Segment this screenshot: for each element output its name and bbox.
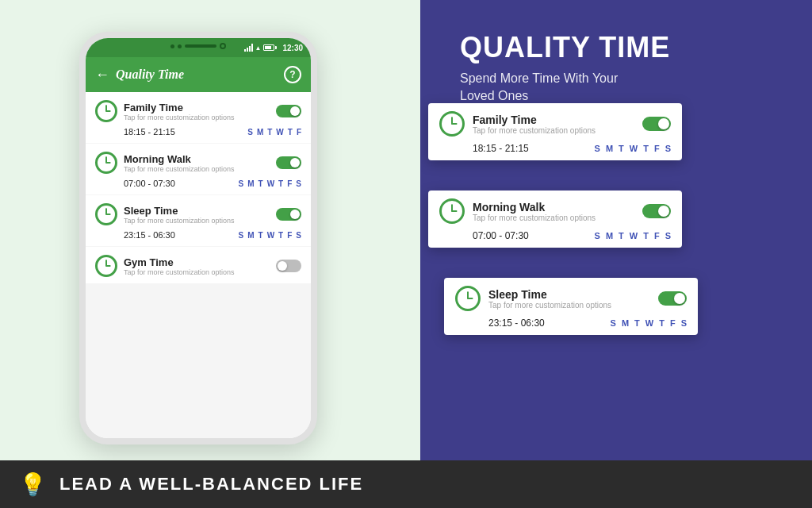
card-time-family: 18:15 - 21:15: [473, 143, 595, 154]
card-title-family: Family Time: [473, 114, 634, 126]
phone-mockup: ▲ 12:30 ← Quality Time ?: [79, 32, 317, 444]
clock-icon-gym: [95, 255, 117, 277]
card-title-sleep: Sleep Time: [488, 288, 650, 301]
card-clock-family: [439, 111, 465, 137]
card-time-morning: 07:00 - 07:30: [473, 230, 595, 241]
time-range-sleep: 23:15 - 06:30: [124, 230, 239, 240]
item-title-morning: Morning Walk: [124, 153, 270, 165]
card-clock-morning: [439, 198, 465, 224]
card-days-morning: S M T W T F S: [595, 231, 671, 241]
item-title-gym: Gym Time: [124, 256, 270, 268]
notch-camera: [220, 43, 226, 49]
clock-icon-morning: [95, 152, 117, 174]
item-info-sleep: Sleep Time Tap for more customization op…: [124, 205, 270, 225]
item-info-family: Family Time Tap for more customization o…: [124, 102, 270, 121]
item-subtitle-gym: Tap for more customization options: [124, 268, 270, 276]
card-subtitle-family: Tap for more customization options: [473, 126, 634, 135]
toggle-gym[interactable]: [276, 260, 301, 272]
card-toggle-knob-family: [658, 118, 669, 129]
card-toggle-sleep[interactable]: [658, 291, 687, 306]
item-info-morning: Morning Walk Tap for more customization …: [124, 153, 270, 173]
days-sleep: S M T W T F S: [239, 231, 301, 240]
card-toggle-morning[interactable]: [642, 204, 671, 218]
phone-content: Family Time Tap for more customization o…: [86, 92, 311, 438]
wifi-icon: ▲: [255, 44, 262, 52]
item-title-family: Family Time: [124, 102, 270, 114]
app-title: QUALITY TIME: [460, 32, 670, 64]
card-toggle-family[interactable]: [642, 117, 671, 131]
toggle-knob-sleep: [290, 210, 300, 219]
card-family[interactable]: Family Time Tap for more customization o…: [428, 103, 682, 160]
item-subtitle-morning: Tap for more customization options: [124, 165, 270, 173]
phone-toolbar: ← Quality Time ?: [86, 57, 311, 92]
item-subtitle-sleep: Tap for more customization options: [124, 217, 270, 225]
phone-notch: [170, 43, 226, 49]
signal-icon: [244, 44, 253, 52]
toggle-sleep[interactable]: [276, 208, 301, 221]
days-morning: S M T W T F S: [239, 179, 301, 188]
days-family: S M T W T F: [247, 128, 301, 137]
status-icons: ▲ 12:30: [244, 44, 304, 52]
clock-icon-family: [95, 100, 117, 122]
notch-dot-2: [178, 44, 182, 48]
time-range-family: 18:15 - 21:15: [124, 127, 247, 137]
time-range-morning: 07:00 - 07:30: [124, 179, 239, 188]
right-content: QUALITY TIME Spend More Time With YourLo…: [460, 32, 670, 105]
left-panel: ▲ 12:30 ← Quality Time ?: [0, 0, 420, 460]
card-time-sleep: 23:15 - 06:30: [488, 318, 611, 329]
app-subtitle: Spend More Time With YourLoved Ones: [460, 70, 670, 106]
right-panel: QUALITY TIME Spend More Time With YourLo…: [420, 0, 812, 460]
notch-bar: [185, 44, 216, 48]
card-subtitle-morning: Tap for more customization options: [473, 214, 634, 222]
clock-icon-sleep: [95, 203, 117, 225]
app-toolbar-title: Quality Time: [116, 67, 278, 82]
item-title-sleep: Sleep Time: [124, 205, 270, 217]
bottom-tagline: LEAD A WELL-BALANCED LIFE: [59, 474, 363, 495]
toggle-knob-gym: [278, 261, 287, 271]
toggle-family[interactable]: [276, 105, 301, 117]
card-toggle-knob-morning: [658, 206, 669, 217]
toggle-knob-family: [290, 106, 300, 116]
toggle-morning[interactable]: [276, 156, 301, 169]
card-sleep[interactable]: Sleep Time Tap for more customization op…: [444, 278, 698, 335]
battery-icon: [263, 44, 277, 51]
back-button[interactable]: ←: [95, 67, 109, 83]
schedule-item-gym[interactable]: Gym Time Tap for more customization opti…: [86, 247, 311, 283]
help-button[interactable]: ?: [284, 66, 301, 83]
toggle-knob-morning: [290, 158, 300, 167]
card-info-morning: Morning Walk Tap for more customization …: [473, 201, 634, 222]
card-subtitle-sleep: Tap for more customization options: [488, 301, 650, 310]
card-morning[interactable]: Morning Walk Tap for more customization …: [428, 190, 682, 248]
schedule-item-morning[interactable]: Morning Walk Tap for more customization …: [86, 144, 311, 194]
card-toggle-knob-sleep: [674, 293, 685, 304]
card-info-sleep: Sleep Time Tap for more customization op…: [488, 288, 650, 310]
card-clock-sleep: [455, 286, 481, 311]
card-info-family: Family Time Tap for more customization o…: [473, 114, 634, 135]
item-subtitle-family: Tap for more customization options: [124, 114, 270, 121]
phone-status-bar: ▲ 12:30: [86, 38, 311, 57]
card-title-morning: Morning Walk: [473, 201, 634, 214]
notch-dot-1: [170, 44, 174, 48]
card-days-family: S M T W T F S: [595, 144, 671, 153]
card-days-sleep: S M T W T F S: [611, 318, 687, 328]
bulb-icon: 💡: [19, 471, 47, 498]
bottom-bar: 💡 LEAD A WELL-BALANCED LIFE: [0, 460, 812, 508]
item-info-gym: Gym Time Tap for more customization opti…: [124, 256, 270, 276]
schedule-item-family[interactable]: Family Time Tap for more customization o…: [86, 92, 311, 143]
status-time: 12:30: [282, 44, 303, 52]
schedule-item-sleep[interactable]: Sleep Time Tap for more customization op…: [86, 195, 311, 246]
